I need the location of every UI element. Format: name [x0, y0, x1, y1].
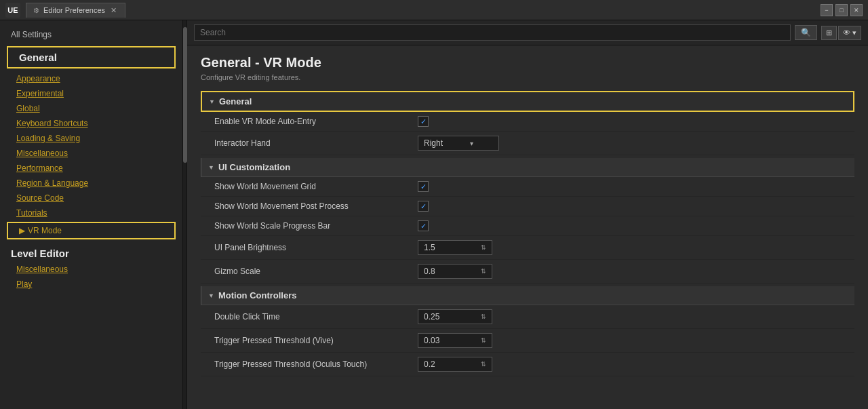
minimize-button[interactable]: −	[821, 4, 833, 16]
page-subtitle: Configure VR editing features.	[201, 73, 854, 81]
show-world-movement-post-process-row: Show World Movement Post Process	[201, 197, 854, 216]
gizmo-scale-label: Gizmo Scale	[214, 267, 418, 276]
ui-panel-brightness-row: UI Panel Brightness ⇅	[201, 236, 854, 260]
grid-view-button[interactable]: ⊞	[821, 26, 837, 40]
search-button[interactable]: 🔍	[795, 25, 817, 40]
ui-customization-collapse-icon: ▼	[208, 164, 214, 171]
show-world-movement-post-process-control	[418, 201, 841, 212]
sidebar-scrollbar-thumb[interactable]	[183, 27, 187, 163]
sidebar-vr-mode[interactable]: ▶ VR Mode	[7, 222, 176, 239]
general-section-label: General	[219, 96, 252, 106]
ue-logo: UE	[5, 3, 20, 18]
interactor-hand-value: Right	[424, 138, 443, 148]
page-title: General - VR Mode	[201, 55, 854, 71]
show-world-scale-progress-bar-checkbox[interactable]	[418, 220, 429, 231]
trigger-pressed-vive-spinner[interactable]: ⇅	[481, 337, 486, 344]
trigger-pressed-oculus-row: Trigger Pressed Threshold (Oculus Touch)…	[201, 353, 854, 376]
show-world-movement-grid-row: Show World Movement Grid	[201, 177, 854, 197]
interactor-hand-row: Interactor Hand Right ▾	[201, 132, 854, 155]
trigger-pressed-oculus-spinner[interactable]: ⇅	[481, 361, 486, 368]
ui-customization-section-label: UI Customization	[218, 162, 290, 172]
title-bar: UE ⚙ Editor Preferences ✕ − □ ✕	[0, 0, 868, 20]
ui-customization-section-header[interactable]: ▼ UI Customization	[201, 158, 854, 177]
trigger-pressed-oculus-input[interactable]	[424, 359, 478, 369]
sidebar-all-settings[interactable]: All Settings	[0, 26, 182, 43]
ui-panel-brightness-input[interactable]	[424, 243, 478, 252]
double-click-time-label: Double Click Time	[214, 312, 418, 322]
gizmo-scale-number: ⇅	[418, 264, 492, 279]
show-world-movement-grid-control	[418, 181, 841, 192]
enable-vr-mode-row: Enable VR Mode Auto-Entry	[201, 112, 854, 132]
show-world-movement-post-process-label: Show World Movement Post Process	[214, 201, 418, 211]
tab-close-button[interactable]: ✕	[109, 6, 118, 15]
dropdown-arrow-icon: ▾	[470, 140, 473, 147]
tab-icon: ⚙	[33, 7, 39, 14]
enable-vr-mode-control	[418, 116, 841, 127]
view-buttons: ⊞ 👁 ▾	[821, 26, 861, 40]
motion-controllers-collapse-icon: ▼	[208, 292, 214, 299]
show-world-scale-progress-bar-control	[418, 220, 841, 231]
title-bar-left: UE ⚙ Editor Preferences ✕	[5, 3, 125, 18]
trigger-pressed-vive-number: ⇅	[418, 333, 492, 348]
trigger-pressed-oculus-number: ⇅	[418, 357, 492, 372]
ui-panel-brightness-control: ⇅	[418, 240, 841, 255]
general-section-header[interactable]: ▼ General	[201, 91, 854, 112]
window-controls: − □ ✕	[821, 4, 863, 16]
interactor-hand-dropdown[interactable]: Right ▾	[418, 136, 499, 151]
motion-controllers-section-label: Motion Controllers	[218, 290, 297, 300]
gizmo-scale-input[interactable]	[424, 267, 478, 276]
sidebar: All Settings General Appearance Experime…	[0, 20, 183, 409]
double-click-time-spinner[interactable]: ⇅	[481, 313, 486, 320]
double-click-time-row: Double Click Time ⇅	[201, 305, 854, 329]
title-tab[interactable]: ⚙ Editor Preferences ✕	[26, 3, 125, 18]
sidebar-item-le-miscellaneous[interactable]: Miscellaneous	[0, 262, 182, 277]
show-world-scale-progress-bar-row: Show World Scale Progress Bar	[201, 216, 854, 236]
trigger-pressed-vive-input[interactable]	[424, 336, 478, 345]
sidebar-item-global[interactable]: Global	[0, 101, 182, 116]
sidebar-item-experimental[interactable]: Experimental	[0, 86, 182, 101]
sidebar-item-loading-saving[interactable]: Loading & Saving	[0, 131, 182, 146]
vr-mode-label: VR Mode	[28, 226, 62, 235]
enable-vr-mode-label: Enable VR Mode Auto-Entry	[214, 117, 418, 126]
trigger-pressed-vive-row: Trigger Pressed Threshold (Vive) ⇅	[201, 329, 854, 353]
motion-controllers-section: ▼ Motion Controllers Double Click Time ⇅…	[201, 286, 854, 376]
ui-panel-brightness-spinner[interactable]: ⇅	[481, 244, 486, 251]
sidebar-scrollbar[interactable]	[183, 20, 187, 409]
vr-mode-arrow-icon: ▶	[19, 226, 25, 235]
search-bar: 🔍 ⊞ 👁 ▾	[187, 20, 868, 45]
general-section: ▼ General Enable VR Mode Auto-Entry Inte…	[201, 91, 854, 155]
sidebar-level-editor-header: Level Editor	[0, 241, 182, 262]
sidebar-item-appearance[interactable]: Appearance	[0, 71, 182, 86]
sidebar-general-header[interactable]: General	[7, 46, 176, 69]
sidebar-item-tutorials[interactable]: Tutorials	[0, 206, 182, 220]
gizmo-scale-spinner[interactable]: ⇅	[481, 268, 486, 275]
gizmo-scale-row: Gizmo Scale ⇅	[201, 260, 854, 284]
sidebar-item-miscellaneous[interactable]: Miscellaneous	[0, 146, 182, 161]
sidebar-item-le-play[interactable]: Play	[0, 277, 182, 292]
show-world-movement-grid-checkbox[interactable]	[418, 181, 429, 192]
content-area: 🔍 ⊞ 👁 ▾ Set as Default Export... Import.…	[187, 20, 868, 409]
eye-view-button[interactable]: 👁 ▾	[838, 26, 861, 40]
sidebar-item-keyboard-shortcuts[interactable]: Keyboard Shortcuts	[0, 116, 182, 131]
double-click-time-number: ⇅	[418, 309, 492, 324]
search-input[interactable]	[194, 24, 791, 41]
show-world-scale-progress-bar-label: Show World Scale Progress Bar	[214, 221, 418, 231]
motion-controllers-section-header[interactable]: ▼ Motion Controllers	[201, 286, 854, 305]
gizmo-scale-control: ⇅	[418, 264, 841, 279]
trigger-pressed-oculus-control: ⇅	[418, 357, 841, 372]
interactor-hand-control: Right ▾	[418, 136, 841, 151]
maximize-button[interactable]: □	[835, 4, 848, 16]
double-click-time-control: ⇅	[418, 309, 841, 324]
double-click-time-input[interactable]	[424, 312, 478, 322]
sidebar-item-performance[interactable]: Performance	[0, 161, 182, 176]
show-world-movement-post-process-checkbox[interactable]	[418, 201, 429, 212]
tab-title: Editor Preferences	[43, 6, 105, 14]
interactor-hand-label: Interactor Hand	[214, 138, 418, 148]
enable-vr-mode-checkbox[interactable]	[418, 116, 429, 127]
ui-panel-brightness-number: ⇅	[418, 240, 492, 255]
sidebar-item-source-code[interactable]: Source Code	[0, 191, 182, 206]
sidebar-item-region-language[interactable]: Region & Language	[0, 176, 182, 191]
general-collapse-icon: ▼	[209, 98, 215, 105]
close-window-button[interactable]: ✕	[850, 4, 863, 16]
ui-panel-brightness-label: UI Panel Brightness	[214, 243, 418, 252]
